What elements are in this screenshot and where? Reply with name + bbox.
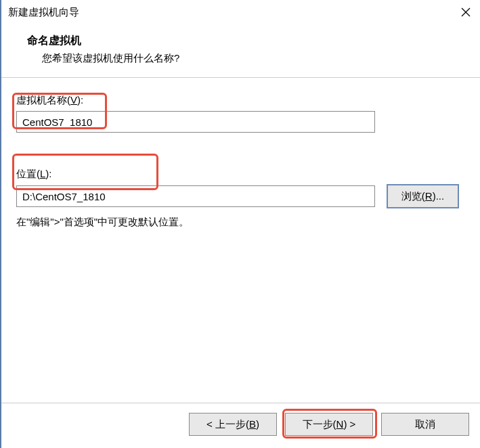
browse-button[interactable]: 浏览(R)... — [387, 185, 458, 208]
hint-text: 在"编辑">"首选项"中可更改默认位置。 — [16, 216, 465, 229]
header-title: 命名虚拟机 — [27, 34, 480, 48]
back-button[interactable]: < 上一步(B) — [189, 413, 277, 436]
header-subtitle: 您希望该虚拟机使用什么名称? — [27, 52, 480, 65]
cancel-button[interactable]: 取消 — [381, 413, 469, 436]
window-title: 新建虚拟机向导 — [8, 6, 79, 19]
location-input[interactable] — [16, 185, 375, 207]
vm-name-label: 虚拟机名称(V): — [16, 94, 465, 107]
vm-name-input[interactable] — [16, 111, 375, 133]
next-button[interactable]: 下一步(N) > — [285, 413, 373, 436]
wizard-window: 新建虚拟机向导 命名虚拟机 您希望该虚拟机使用什么名称? 虚拟机名称(V): 位… — [0, 0, 480, 448]
location-label: 位置(L): — [16, 168, 465, 181]
content-area: 虚拟机名称(V): 位置(L): 浏览(R)... 在"编辑">"首选项"中可更… — [1, 78, 480, 403]
footer: < 上一步(B) 下一步(N) > 取消 — [1, 403, 480, 448]
titlebar: 新建虚拟机向导 — [1, 0, 480, 24]
header-section: 命名虚拟机 您希望该虚拟机使用什么名称? — [1, 24, 480, 77]
close-icon[interactable] — [460, 6, 472, 18]
